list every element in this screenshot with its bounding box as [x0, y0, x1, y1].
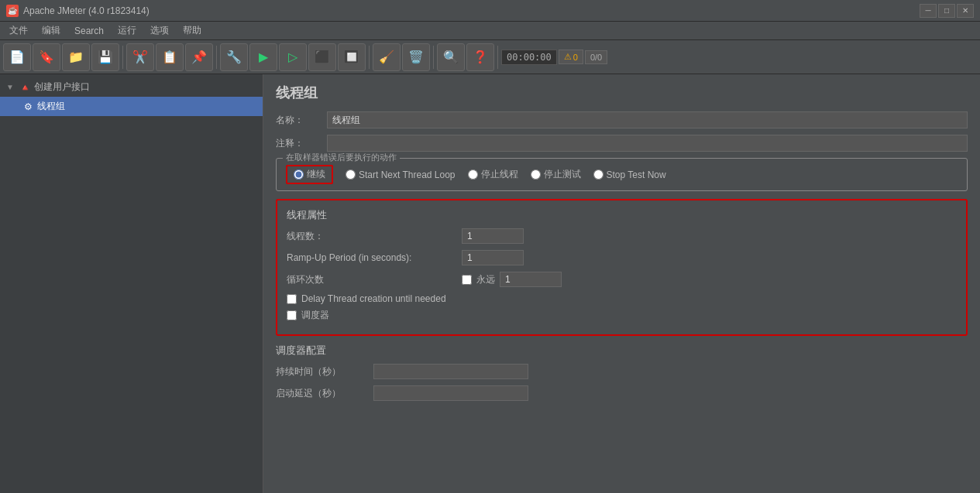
scheduler-row-check: 调度器: [287, 309, 957, 322]
loop-count-row: 循环次数 永远: [287, 272, 957, 287]
action-radio-group: 继续 Start Next Thread Loop 停止线程 停止测试: [286, 165, 958, 184]
thread-props-title: 线程属性: [287, 208, 957, 222]
separator-3: [369, 46, 370, 69]
error-counter: 0/0: [585, 50, 607, 64]
duration-label: 持续时间（秒）: [276, 365, 369, 378]
delay-thread-checkbox[interactable]: [287, 294, 297, 304]
cut-button[interactable]: ✂️: [126, 43, 154, 71]
continue-radio[interactable]: [294, 169, 304, 180]
page-title: 线程组: [276, 84, 968, 102]
app-icon: ☕: [6, 5, 19, 17]
separator-5: [497, 46, 498, 69]
duration-row: 持续时间（秒）: [276, 364, 968, 379]
menu-run[interactable]: 运行: [112, 22, 143, 39]
open-button[interactable]: 📁: [62, 43, 90, 71]
comment-input[interactable]: [327, 135, 968, 152]
app-title: Apache JMeter (4.0 r1823414): [23, 5, 150, 16]
maximize-button[interactable]: □: [938, 4, 955, 18]
separator-2: [216, 46, 217, 69]
thread-count-label: 线程数：: [287, 230, 457, 243]
menu-bar: 文件 编辑 Search 运行 选项 帮助: [0, 22, 980, 40]
scheduler-config-title: 调度器配置: [276, 344, 968, 358]
menu-help[interactable]: 帮助: [177, 22, 208, 39]
shutdown-button[interactable]: 🔲: [338, 43, 366, 71]
menu-file[interactable]: 文件: [3, 22, 34, 39]
window-controls: ─ □ ✕: [920, 4, 974, 18]
sidebar-thread-group[interactable]: ⚙ 线程组: [0, 97, 263, 116]
thread-group-icon: ⚙: [22, 101, 34, 113]
duration-input[interactable]: [373, 364, 528, 379]
menu-edit[interactable]: 编辑: [36, 22, 67, 39]
continue-box: 继续: [286, 165, 333, 184]
menu-search[interactable]: Search: [68, 24, 110, 38]
ramp-up-row: Ramp-Up Period (in seconds):: [287, 250, 957, 265]
paste-button[interactable]: 📌: [185, 43, 213, 71]
action-stop-test-now[interactable]: Stop Test Now: [593, 169, 666, 180]
thread-count-input[interactable]: [462, 228, 524, 244]
scheduler-config-section: 调度器配置 持续时间（秒） 启动延迟（秒）: [276, 344, 968, 401]
clear-all-button[interactable]: 🗑️: [402, 43, 430, 71]
save-button[interactable]: 💾: [91, 43, 119, 71]
action-stop-test[interactable]: 停止测试: [531, 168, 581, 181]
stop-test-label: 停止测试: [544, 168, 581, 181]
start-no-pause-button[interactable]: ▷: [279, 43, 307, 71]
clear-button[interactable]: 🧹: [373, 43, 401, 71]
continue-label: 继续: [307, 168, 325, 181]
loop-count-label: 循环次数: [287, 273, 457, 286]
thread-props-box: 线程属性 线程数： Ramp-Up Period (in seconds): 循…: [276, 199, 968, 336]
stop-test-now-label: Stop Test Now: [607, 169, 666, 180]
stop-button[interactable]: ⬛: [308, 43, 336, 71]
comment-label: 注释：: [276, 137, 322, 150]
new-button[interactable]: 📄: [3, 43, 31, 71]
root-icon: 🔺: [19, 81, 31, 94]
action-stop-thread[interactable]: 停止线程: [468, 168, 518, 181]
start-button[interactable]: ▶: [249, 43, 277, 71]
main-layout: ▼ 🔺 创建用户接口 ⚙ 线程组 线程组 名称： 注释： 在取样器错误后要执行的…: [0, 74, 980, 493]
start-next-radio[interactable]: [346, 169, 356, 180]
minimize-button[interactable]: ─: [920, 4, 937, 18]
loop-count-input[interactable]: [500, 272, 562, 287]
delay-thread-row: Delay Thread creation until needed: [287, 293, 957, 304]
sidebar-root[interactable]: ▼ 🔺 创建用户接口: [0, 77, 263, 97]
stop-test-radio[interactable]: [531, 169, 541, 180]
name-input[interactable]: [327, 111, 968, 128]
ramp-up-label: Ramp-Up Period (in seconds):: [287, 252, 457, 263]
help-button[interactable]: ❓: [466, 43, 494, 71]
action-continue[interactable]: 继续: [286, 165, 333, 184]
menu-options[interactable]: 选项: [144, 22, 175, 39]
tree-arrow: ▼: [6, 83, 15, 91]
timer-display: 00:00:00: [501, 50, 557, 65]
forever-checkbox[interactable]: [462, 275, 472, 285]
startup-delay-row: 启动延迟（秒）: [276, 385, 968, 401]
content-area: 线程组 名称： 注释： 在取样器错误后要执行的动作 继续: [263, 74, 980, 493]
stop-thread-label: 停止线程: [481, 168, 518, 181]
action-start-next[interactable]: Start Next Thread Loop: [346, 169, 456, 180]
scheduler-checkbox[interactable]: [287, 310, 297, 320]
action-group-title: 在取样器错误后要执行的动作: [283, 152, 400, 163]
sidebar: ▼ 🔺 创建用户接口 ⚙ 线程组: [0, 74, 263, 493]
delay-thread-label: Delay Thread creation until needed: [301, 293, 446, 304]
title-bar: ☕ Apache JMeter (4.0 r1823414) ─ □ ✕: [0, 0, 980, 22]
scheduler-check-label: 调度器: [301, 309, 329, 322]
close-button[interactable]: ✕: [957, 4, 974, 18]
startup-delay-input[interactable]: [373, 385, 528, 401]
separator-4: [433, 46, 434, 69]
expand-button[interactable]: 🔧: [220, 43, 248, 71]
name-row: 名称：: [276, 111, 968, 128]
startup-delay-label: 启动延迟（秒）: [276, 387, 369, 400]
warning-display: ⚠ 0: [559, 50, 583, 64]
thread-group-label: 线程组: [37, 100, 65, 113]
toolbar: 📄 🔖 📁 💾 ✂️ 📋 📌 🔧 ▶ ▷ ⬛ 🔲 🧹 🗑️ 🔍 ❓ 00:00:…: [0, 40, 980, 74]
name-label: 名称：: [276, 114, 322, 127]
copy-button[interactable]: 📋: [156, 43, 184, 71]
root-label: 创建用户接口: [34, 80, 90, 94]
ramp-up-input[interactable]: [462, 250, 524, 265]
thread-count-row: 线程数：: [287, 228, 957, 244]
start-next-label: Start Next Thread Loop: [359, 169, 456, 180]
search-btn[interactable]: 🔍: [437, 43, 465, 71]
template-button[interactable]: 🔖: [33, 43, 60, 71]
stop-thread-radio[interactable]: [468, 169, 478, 180]
action-group-box: 在取样器错误后要执行的动作 继续 Start Next Thread Loop …: [276, 158, 968, 191]
stop-test-now-radio[interactable]: [593, 169, 603, 180]
comment-row: 注释：: [276, 135, 968, 152]
